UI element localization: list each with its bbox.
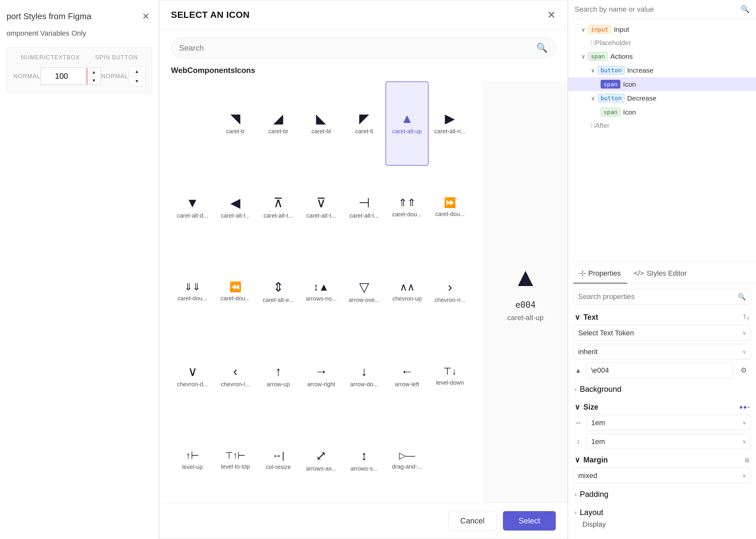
icon-cell-drag-and[interactable]: ▷— drag-and-... — [385, 419, 428, 503]
icon-cell-caret-alt-e[interactable]: ⇕ caret-alt-e... — [257, 250, 300, 334]
icon-cell-arrow-up[interactable]: ↑ arrow-up — [257, 334, 300, 419]
tree-item-after[interactable]: ∷After — [568, 119, 756, 132]
layout-group-header[interactable]: › Layout — [573, 504, 751, 520]
icon-search-bar[interactable]: 🔍 — [171, 38, 556, 58]
icon-cell-caret-tr[interactable]: ◥ caret-tr — [214, 81, 257, 166]
text-value-settings-button[interactable]: ⚙ — [736, 363, 751, 377]
size-group-header[interactable]: ∨ Size — [573, 400, 751, 415]
caret-alt-up-label: caret-alt-up — [392, 128, 422, 135]
icon-cell-caret-bl[interactable]: ◣ caret-bl — [300, 81, 343, 166]
tree-item-span-icon-increase[interactable]: span Icon — [568, 77, 756, 91]
properties-search-input[interactable] — [578, 292, 735, 301]
caret-dou4-icon: ⏪ — [229, 282, 241, 292]
inherit-select-wrapper[interactable]: inherit ∨ — [573, 344, 751, 359]
icon-search-input[interactable] — [179, 43, 536, 52]
spin-up-button[interactable]: ▲ — [87, 68, 100, 76]
icon-cell-arrow-do[interactable]: ↓ arrow-do... — [343, 334, 385, 419]
text-token-select[interactable]: Select Text Token — [573, 325, 751, 341]
icon-cell-level-up[interactable]: ↑⊢ level-up — [171, 419, 214, 503]
chevron-right-background-icon: › — [575, 386, 577, 393]
icon-cell-chevron-l[interactable]: ‹ chevron-l... — [214, 334, 257, 419]
right-search-input[interactable] — [575, 5, 737, 14]
preview-controls: NORMAL ▲ ▼ NORMAL ▲ ▼ — [13, 66, 145, 86]
icon-cell-caret-br[interactable]: ◢ caret-br — [257, 81, 300, 166]
margin-select[interactable]: mixed — [573, 468, 751, 483]
arrow-up-icon: ↑ — [275, 365, 282, 378]
tree-item-actions[interactable]: ∨ span Actions — [568, 49, 756, 63]
width-select[interactable]: 1em — [586, 415, 751, 430]
icon-cell-caret-dou4[interactable]: ⏪ caret-dou... — [214, 250, 257, 334]
figma-close-button[interactable]: ✕ — [139, 10, 152, 23]
inherit-select[interactable]: inherit — [573, 344, 751, 359]
icon-cell-caret-tl[interactable]: ◤ caret-tl — [343, 81, 385, 166]
level-to-top-label: level-to-top — [221, 463, 250, 470]
tree-item-span-icon-decrease[interactable]: span Icon — [568, 105, 756, 119]
styles-tab-label: Styles Editor — [647, 269, 687, 277]
text-type-icon: TT — [743, 314, 749, 321]
cancel-button[interactable]: Cancel — [449, 511, 497, 531]
icon-cell-caret-alt-t3[interactable]: ⊣ caret-alt-t... — [343, 166, 385, 250]
height-select[interactable]: 1em — [586, 433, 751, 449]
padding-group-header[interactable]: › Padding — [573, 487, 751, 502]
right-panel: 🔍 ∨ input Input ∷Placeholder ∨ span Acti… — [568, 0, 756, 539]
spin-down-button[interactable]: ▼ — [87, 76, 100, 84]
text-value-input[interactable]: \e004 — [586, 362, 733, 378]
icon-cell-arrows-s[interactable]: ↕ arrows-s... — [343, 419, 385, 503]
icon-cell-caret-alt-t[interactable]: ⊼ caret-alt-t... — [257, 166, 300, 250]
background-group-label: Background — [580, 385, 621, 394]
icon-cell-caret-alt-l[interactable]: ◀ caret-alt-l... — [214, 166, 257, 250]
icon-cell-caret-dou2[interactable]: ⏩ caret-dou... — [429, 166, 471, 250]
text-token-select-wrapper[interactable]: Select Text Token ∨ — [573, 325, 751, 341]
text-group-action-button[interactable]: TT — [743, 314, 749, 321]
dialog-footer: Cancel Select — [159, 503, 567, 539]
preview-labels: NUMERICTEXTBOX SPIN BUTTON — [13, 54, 145, 61]
icon-cell-level-to-top[interactable]: ⊤↑⊢ level-to-top — [214, 419, 257, 503]
margin-value-row: mixed ∨ — [573, 468, 751, 483]
icon-cell-arrow-left[interactable]: ← arrow-left — [385, 334, 428, 419]
icon-cell-arrow-ove[interactable]: ▽ arrow-ove... — [343, 250, 385, 334]
icon-cell-caret-dou[interactable]: ⇑⇑ caret-dou... — [385, 166, 428, 250]
margin-group-header[interactable]: ∨ Margin ⊞ — [573, 452, 751, 468]
icon-cell-chevron-ri[interactable]: › chevron-ri... — [429, 250, 471, 334]
caret-tr-icon: ◥ — [230, 112, 240, 125]
size-property-group: ∨ Size ↔ 1em ∨ — [573, 400, 751, 449]
right-search-bar[interactable]: 🔍 — [568, 0, 756, 19]
background-group-header[interactable]: › Background — [573, 381, 751, 397]
icon-cell-col-resize[interactable]: ↔| col-resize — [257, 419, 300, 503]
icon-cell-caret-dou3[interactable]: ⇓⇓ caret-dou... — [171, 250, 214, 334]
icon-cell-arrow-right[interactable]: → arrow-right — [300, 334, 343, 419]
spin-down-simple-button[interactable]: ▼ — [129, 76, 145, 86]
icon-cell-caret-alt-ri[interactable]: ▶ caret-alt-ri... — [429, 81, 471, 166]
icon-cell-caret-alt-t2[interactable]: ⊽ caret-alt-t... — [300, 166, 343, 250]
caret-dou3-label: caret-dou... — [178, 295, 207, 302]
height-select-wrapper[interactable]: 1em ∨ — [586, 433, 751, 449]
icon-cell-arrows-ax[interactable]: ⤢ arrows-ax... — [300, 419, 343, 503]
icon-cell-arrows-no[interactable]: ↕▲ arrows-no... — [300, 250, 343, 334]
icon-cell-caret-alt-d[interactable]: ▼ caret-alt-d... — [171, 166, 214, 250]
caret-alt-e-icon: ⇕ — [273, 280, 284, 293]
margin-expand-button[interactable]: ⊞ — [745, 457, 749, 464]
tree-item-decrease[interactable]: ∨ button Decrease — [568, 91, 756, 105]
tab-properties[interactable]: ⊹ Properties — [573, 264, 627, 283]
dialog-close-button[interactable]: ✕ — [547, 9, 556, 21]
tree-item-input[interactable]: ∨ input Input — [568, 22, 756, 36]
icon-cell-level-down[interactable]: ⊤↓ level-down — [429, 334, 471, 419]
tree-item-placeholder[interactable]: ∷Placeholder — [568, 36, 756, 49]
tab-styles-editor[interactable]: </> Styles Editor — [627, 264, 693, 283]
text-group-header[interactable]: ∨ Text TT — [573, 310, 751, 325]
icon-cell-chevron-up[interactable]: ∧∧ chevron-up — [385, 250, 428, 334]
properties-search[interactable]: 🔍 — [573, 289, 751, 305]
tree-item-increase[interactable]: ∨ button Increase — [568, 63, 756, 77]
width-row: ↔ 1em ∨ — [573, 415, 751, 430]
spin-up-simple-button[interactable]: ▲ — [129, 66, 145, 76]
caret-alt-t3-icon: ⊣ — [359, 196, 370, 209]
margin-select-wrapper[interactable]: mixed ∨ — [573, 468, 751, 483]
number-input[interactable] — [41, 68, 87, 84]
caret-tl-label: caret-tl — [355, 128, 373, 135]
icon-cell-caret-alt-up[interactable]: ▲ caret-alt-up — [385, 81, 428, 166]
select-button[interactable]: Select — [503, 511, 556, 531]
layout-group-label: Layout — [580, 508, 603, 517]
width-select-wrapper[interactable]: 1em ∨ — [586, 415, 751, 430]
icon-cell-chevron-d[interactable]: ∨ chevron-d... — [171, 334, 214, 419]
drag-and-label: drag-and-... — [392, 463, 422, 470]
